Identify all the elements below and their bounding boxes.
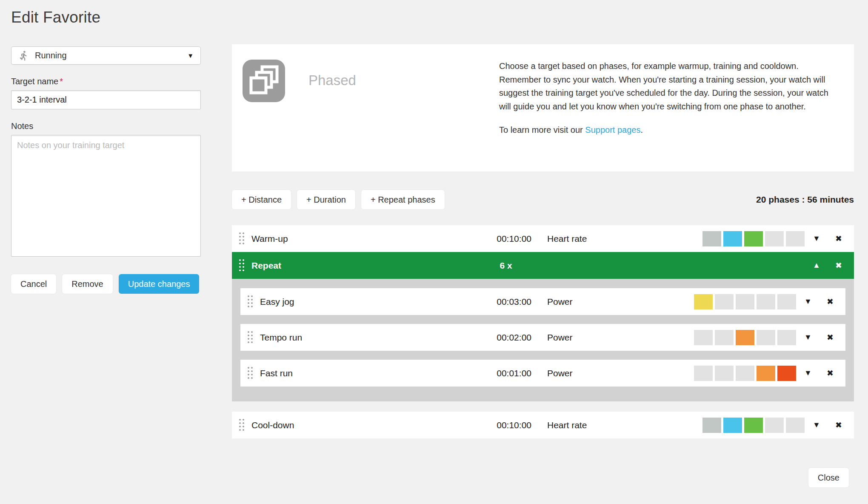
phase-duration: 00:10:00 (480, 234, 531, 244)
remove-phase-icon[interactable]: ✖ (828, 234, 849, 243)
phase-name: Easy jog (260, 297, 480, 307)
zone-block-grayhr (702, 418, 721, 433)
phase-zone-type: Heart rate (531, 420, 702, 430)
repeat-header: Repeat 6 x ▲ ✖ (232, 252, 854, 279)
phase-zone-type: Power (531, 368, 694, 378)
zone-block-grayhr (702, 231, 721, 246)
phase-duration: 00:01:00 (480, 368, 531, 378)
update-changes-button[interactable]: Update changes (119, 274, 200, 294)
drag-handle-icon[interactable] (239, 259, 246, 272)
zone-block-empty (786, 231, 805, 246)
phase-name: Fast run (260, 368, 480, 378)
expand-phase-icon[interactable]: ▼ (805, 421, 828, 430)
zone-block-empty (765, 418, 784, 433)
spacer (232, 401, 854, 412)
target-type-label: Phased (308, 72, 356, 172)
notes-input[interactable] (11, 135, 201, 257)
collapse-repeat-icon[interactable]: ▲ (805, 261, 828, 270)
phased-info-panel: Phased Choose a target based on phases, … (232, 44, 854, 172)
target-name-input[interactable] (11, 90, 201, 109)
edit-favorite-panel: Edit Favorite Running ▼ Target name* Not… (11, 9, 201, 294)
zone-block-empty (777, 330, 796, 345)
remove-phase-icon[interactable]: ✖ (820, 368, 840, 378)
zone-block-empty (757, 330, 775, 345)
support-pages-link[interactable]: Support pages (585, 125, 640, 135)
drag-handle-icon[interactable] (239, 232, 246, 245)
remove-phase-icon[interactable]: ✖ (820, 297, 840, 306)
add-repeat-phases-button[interactable]: + Repeat phases (361, 190, 445, 209)
phase-row-warmup: Warm-up 00:10:00 Heart rate ▼ ✖ (232, 225, 854, 252)
zone-blocks (694, 366, 796, 381)
phase-name: Tempo run (260, 332, 480, 343)
zone-block-empty (694, 330, 713, 345)
phase-zone-type: Power (531, 297, 694, 307)
close-button[interactable]: Close (808, 468, 849, 487)
phase-row-easy-jog: Easy jog 00:03:00 Power ▼ ✖ (240, 288, 845, 315)
zone-blocks (702, 418, 805, 433)
phase-zone-type: Heart rate (531, 234, 702, 244)
zone-block-empty (736, 294, 754, 309)
zone-block-red (777, 366, 796, 381)
zone-block-cyan (723, 231, 742, 246)
phases-summary: 20 phases : 56 minutes (756, 195, 854, 205)
description-paragraph: Choose a target based on phases, for exa… (499, 60, 840, 113)
drag-handle-icon[interactable] (247, 331, 254, 344)
phase-name: Cool-down (251, 420, 480, 430)
zone-block-cyan (723, 418, 742, 433)
phase-list: Warm-up 00:10:00 Heart rate ▼ ✖ Repeat 6… (232, 225, 854, 438)
repeat-count[interactable]: 6 x (480, 261, 531, 271)
add-duration-button[interactable]: + Duration (297, 190, 355, 209)
notes-label: Notes (11, 121, 201, 131)
zone-block-orange (757, 366, 775, 381)
zone-block-empty (786, 418, 805, 433)
expand-phase-icon[interactable]: ▼ (796, 297, 820, 306)
zone-block-empty (694, 366, 713, 381)
remove-phase-icon[interactable]: ✖ (820, 332, 840, 342)
zone-block-yellow (694, 294, 713, 309)
drag-handle-icon[interactable] (247, 295, 254, 308)
target-editor: Phased Choose a target based on phases, … (232, 44, 854, 487)
remove-phase-icon[interactable]: ✖ (828, 420, 849, 430)
drag-handle-icon[interactable] (239, 418, 246, 432)
repeat-group: Repeat 6 x ▲ ✖ Easy jog 00:03:00 Power ▼… (232, 252, 854, 401)
expand-phase-icon[interactable]: ▼ (796, 333, 820, 342)
cancel-button[interactable]: Cancel (11, 274, 56, 294)
target-name-label: Target name* (11, 77, 201, 86)
add-distance-button[interactable]: + Distance (232, 190, 291, 209)
zone-block-empty (715, 330, 734, 345)
phase-toolbar: + Distance + Duration + Repeat phases 20… (232, 190, 854, 209)
phase-duration: 00:10:00 (480, 420, 531, 430)
zone-block-empty (715, 366, 734, 381)
expand-phase-icon[interactable]: ▼ (805, 234, 828, 243)
zone-block-green (744, 418, 763, 433)
chevron-down-icon: ▼ (187, 52, 194, 59)
runner-icon (17, 50, 29, 61)
zone-block-empty (715, 294, 734, 309)
remove-button[interactable]: Remove (62, 274, 112, 294)
remove-repeat-icon[interactable]: ✖ (828, 261, 849, 270)
phased-icon (243, 60, 285, 102)
zone-blocks (694, 294, 796, 309)
sport-select[interactable]: Running ▼ (11, 46, 201, 65)
zone-block-green (744, 231, 763, 246)
expand-phase-icon[interactable]: ▼ (796, 369, 820, 378)
page-title: Edit Favorite (11, 9, 201, 26)
phase-row-cooldown: Cool-down 00:10:00 Heart rate ▼ ✖ (232, 412, 854, 438)
phased-description: Choose a target based on phases, for exa… (499, 60, 840, 172)
zone-block-empty (736, 366, 754, 381)
zone-block-empty (765, 231, 784, 246)
learn-more-line: To learn more visit our Support pages. (499, 123, 840, 137)
required-asterisk: * (60, 77, 63, 86)
phase-zone-type: Power (531, 332, 694, 343)
zone-blocks (694, 330, 796, 345)
phase-row-tempo-run: Tempo run 00:02:00 Power ▼ ✖ (240, 324, 845, 351)
zone-block-empty (757, 294, 775, 309)
phase-name: Warm-up (251, 234, 480, 244)
zone-blocks (702, 231, 805, 246)
zone-block-orange (736, 330, 754, 345)
repeat-label: Repeat (251, 261, 480, 271)
drag-handle-icon[interactable] (247, 367, 254, 380)
phase-row-fast-run: Fast run 00:01:00 Power ▼ ✖ (240, 360, 845, 387)
dialog-footer: Close (232, 468, 854, 487)
sport-select-value: Running (35, 51, 67, 60)
